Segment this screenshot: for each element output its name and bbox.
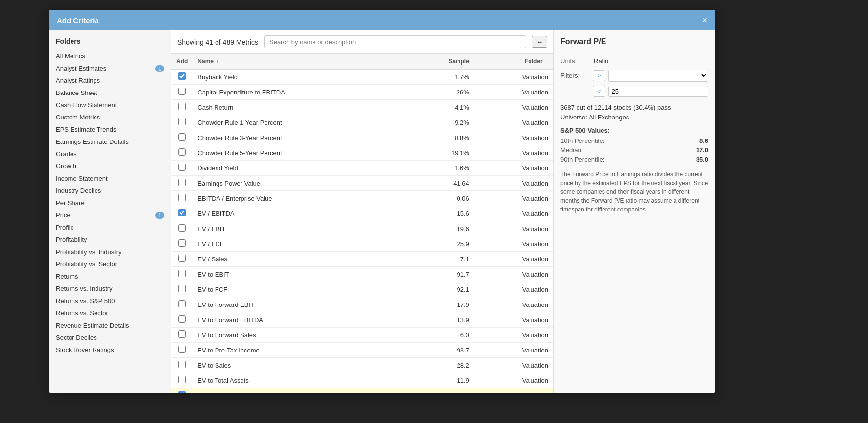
- folder-sort-arrow[interactable]: ↑: [546, 59, 548, 64]
- folder-item-label: All Metrics: [56, 52, 85, 60]
- folder-item[interactable]: Stock Rover Ratings: [49, 344, 171, 356]
- modal-title: Add Criteria: [57, 16, 99, 24]
- row-checkbox[interactable]: [178, 103, 186, 110]
- table-row: EV to Pre-Tax Income93.7Valuation: [171, 343, 553, 358]
- row-checkbox[interactable]: [178, 133, 186, 141]
- folder-item[interactable]: Industry Deciles: [49, 185, 171, 197]
- row-name: EV / EBIT: [193, 221, 407, 236]
- filter-lt-button[interactable]: <: [593, 86, 605, 97]
- folder-item-label: Returns vs. Industry: [56, 285, 113, 292]
- row-sample: 19.6: [407, 221, 474, 236]
- col-name: Name ↑: [193, 54, 407, 69]
- folder-item[interactable]: Balance Sheet: [49, 87, 171, 99]
- add-cell: [171, 267, 193, 282]
- col-add: Add: [171, 54, 193, 69]
- sp500-value: 35.0: [696, 156, 708, 163]
- sp500-value: 8.6: [699, 137, 708, 144]
- add-criteria-modal: Add Criteria × Folders All MetricsAnalys…: [49, 10, 715, 393]
- folder-item[interactable]: Growth: [49, 160, 171, 172]
- row-folder: Valuation: [474, 358, 553, 373]
- row-checkbox[interactable]: [178, 179, 186, 186]
- metrics-table: Add Name ↑ Sample Folder ↑: [171, 54, 553, 393]
- folder-item[interactable]: Grades: [49, 148, 171, 160]
- folder-item[interactable]: Analyst Estimates1: [49, 62, 171, 74]
- folder-item[interactable]: Returns vs. Sector: [49, 307, 171, 319]
- add-cell: [171, 221, 193, 236]
- folder-item[interactable]: Price1: [49, 209, 171, 221]
- row-name: EBITDA / Enterprise Value: [193, 191, 407, 206]
- row-checkbox[interactable]: [178, 239, 186, 247]
- folder-item[interactable]: Profitability vs. Industry: [49, 246, 171, 258]
- folder-item[interactable]: Profitability: [49, 234, 171, 246]
- row-sample: 41.64: [407, 176, 474, 191]
- row-checkbox[interactable]: [178, 270, 186, 277]
- folder-item[interactable]: Income Statement: [49, 172, 171, 185]
- table-row: EV to EBIT91.7Valuation: [171, 267, 553, 282]
- sp500-row: 10th Percentile:8.6: [560, 137, 708, 144]
- folder-item[interactable]: Sector Deciles: [49, 331, 171, 344]
- filter-gt-button[interactable]: >: [593, 70, 605, 81]
- row-checkbox[interactable]: [178, 164, 186, 171]
- folder-item[interactable]: Cash Flow Statement: [49, 99, 171, 111]
- folder-item-label: Profitability vs. Sector: [56, 260, 117, 268]
- row-checkbox[interactable]: [178, 148, 186, 156]
- folder-item[interactable]: Returns: [49, 270, 171, 282]
- name-sort-arrow[interactable]: ↑: [217, 59, 219, 64]
- row-folder: Valuation: [474, 267, 553, 282]
- row-sample: 7.1: [407, 252, 474, 267]
- modal-close-button[interactable]: ×: [702, 16, 707, 24]
- row-folder: Valuation: [474, 252, 553, 267]
- row-checkbox[interactable]: [178, 391, 186, 393]
- row-checkbox[interactable]: [178, 300, 186, 307]
- table-row: EV / Sales7.1Valuation: [171, 252, 553, 267]
- row-name: Chowder Rule 3-Year Percent: [193, 130, 407, 145]
- units-label: Units:: [560, 57, 590, 65]
- folder-item[interactable]: Profitability vs. Sector: [49, 258, 171, 270]
- folder-item[interactable]: Analyst Ratings: [49, 74, 171, 87]
- row-name: EV to Forward EBIT: [193, 297, 407, 312]
- filter-lt-input[interactable]: [608, 86, 708, 97]
- add-cell: [171, 145, 193, 161]
- row-name: EV / FCF: [193, 236, 407, 252]
- sp500-value: 17.0: [696, 146, 708, 154]
- folder-item-label: Profile: [56, 224, 74, 231]
- add-cell: [171, 358, 193, 373]
- row-checkbox[interactable]: [178, 88, 186, 95]
- row-name: EV to Forward EBITDA: [193, 312, 407, 328]
- row-checkbox[interactable]: [178, 315, 186, 323]
- folder-item[interactable]: Earnings Estimate Details: [49, 136, 171, 148]
- row-checkbox[interactable]: [178, 361, 186, 368]
- toggle-view-button[interactable]: ↔: [532, 36, 547, 48]
- metrics-panel: Showing 41 of 489 Metrics ↔ Add Name ↑: [171, 30, 554, 393]
- row-checkbox[interactable]: [178, 194, 186, 201]
- filters-label: Filters:: [560, 72, 590, 79]
- sp500-key: 90th Percentile:: [560, 156, 604, 163]
- row-checkbox[interactable]: [178, 209, 186, 216]
- table-row: Chowder Rule 1-Year Percent-9.2%Valuatio…: [171, 115, 553, 130]
- search-input[interactable]: [264, 35, 526, 48]
- add-cell: [171, 312, 193, 328]
- folder-item[interactable]: Per Share: [49, 197, 171, 209]
- row-checkbox[interactable]: [178, 376, 186, 383]
- row-checkbox[interactable]: [178, 285, 186, 292]
- add-cell: [171, 100, 193, 115]
- folder-item[interactable]: Returns vs. S&P 500: [49, 295, 171, 307]
- folder-item[interactable]: Profile: [49, 221, 171, 234]
- table-row: Buyback Yield1.7%Valuation: [171, 69, 553, 85]
- folder-item[interactable]: All Metrics: [49, 50, 171, 62]
- row-checkbox[interactable]: [178, 72, 186, 80]
- sp500-key: Median:: [560, 146, 583, 154]
- folder-item[interactable]: Custom Metrics: [49, 111, 171, 123]
- row-checkbox[interactable]: [178, 330, 186, 338]
- row-checkbox[interactable]: [178, 346, 186, 353]
- row-folder: Valuation: [474, 191, 553, 206]
- row-checkbox[interactable]: [178, 118, 186, 125]
- metrics-tbody: Buyback Yield1.7%ValuationCapital Expend…: [171, 69, 553, 393]
- filter-gt-select[interactable]: [608, 70, 708, 82]
- folder-item[interactable]: Revenue Estimate Details: [49, 319, 171, 331]
- row-name: Earnings Power Value: [193, 176, 407, 191]
- row-checkbox[interactable]: [178, 224, 186, 232]
- folder-item[interactable]: EPS Estimate Trends: [49, 123, 171, 136]
- folder-item[interactable]: Returns vs. Industry: [49, 282, 171, 295]
- row-checkbox[interactable]: [178, 255, 186, 262]
